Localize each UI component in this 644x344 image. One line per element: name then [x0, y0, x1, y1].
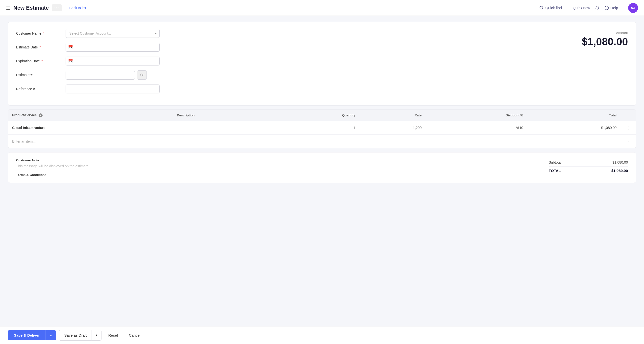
table-header-row: Product/Service i Description Quantity R… — [8, 110, 636, 121]
col-product-service: Product/Service i — [8, 110, 173, 121]
quantity-cell: 1 — [276, 121, 359, 135]
form-fields: Customer Name * Select Customer Account.… — [16, 29, 582, 98]
col-actions — [620, 110, 636, 121]
notification-button[interactable] — [595, 6, 600, 10]
enter-item-qty-cell[interactable] — [276, 135, 359, 148]
estimate-number-input[interactable]: EST-00001 — [66, 71, 135, 80]
customer-note-label: Customer Note — [16, 159, 539, 162]
col-quantity: Quantity — [276, 110, 359, 121]
total-row: TOTAL $1,080.00 — [549, 167, 628, 175]
more-options-button[interactable]: ··· — [52, 4, 62, 11]
enter-item-more-button[interactable]: ⋮ — [624, 138, 632, 145]
totals-area: Subtotal $1,080.00 TOTAL $1,080.00 — [549, 159, 628, 177]
subtotal-value: $1,080.00 — [612, 160, 628, 164]
customer-name-row: Customer Name * Select Customer Account.… — [16, 29, 582, 38]
enter-item-row: Enter an item... ⋮ — [8, 135, 636, 148]
customer-name-select-wrapper: Select Customer Account... ▾ — [66, 29, 160, 38]
total-value: $1,080.00 — [611, 169, 628, 173]
discount-cell: %10 — [426, 121, 527, 135]
page-title: New Estimate — [13, 5, 49, 11]
quick-new-button[interactable]: Quick new — [567, 6, 590, 10]
line-items-table-section: Product/Service i Description Quantity R… — [8, 110, 636, 148]
plus-icon — [567, 6, 571, 10]
product-info-icon[interactable]: i — [38, 113, 42, 117]
amount-value: $1,080.00 — [582, 36, 628, 48]
estimate-number-gear-button[interactable]: ⚙ — [137, 70, 147, 80]
bottom-section: Customer Note This message will be displ… — [8, 152, 636, 183]
total-label: TOTAL — [549, 169, 561, 173]
form-section: Customer Name * Select Customer Account.… — [8, 22, 636, 106]
row-more-button[interactable]: ⋮ — [624, 125, 632, 131]
terms-conditions-label: Terms & Conditions — [16, 173, 539, 177]
estimate-number-wrapper: EST-00001 ⚙ — [66, 70, 147, 80]
subtotal-label: Subtotal — [549, 160, 561, 164]
reference-number-input[interactable] — [66, 85, 160, 93]
description-cell[interactable] — [173, 121, 276, 135]
form-header-row: Customer Name * Select Customer Account.… — [16, 29, 628, 98]
subtotal-row: Subtotal $1,080.00 — [549, 159, 628, 167]
avatar[interactable]: AA — [628, 3, 638, 13]
expiration-date-label: Expiration Date * — [16, 57, 66, 63]
main-content: Customer Name * Select Customer Account.… — [0, 16, 644, 209]
required-star-2: * — [40, 45, 41, 49]
enter-item-total-cell — [527, 135, 620, 148]
required-star-3: * — [42, 59, 43, 63]
bell-icon — [595, 6, 600, 10]
amount-label: Amount — [582, 31, 628, 35]
col-description: Description — [173, 110, 276, 121]
customer-note-placeholder: This message will be displayed on the es… — [16, 164, 539, 168]
rate-cell: 1,200 — [359, 121, 426, 135]
expiration-date-input[interactable]: 2024/01/05 — [66, 57, 160, 65]
customer-name-select[interactable]: Select Customer Account... — [66, 29, 160, 38]
estimate-date-input-wrapper: 📅 2024/01/05 — [66, 43, 160, 52]
reference-number-label: Reference # — [16, 85, 66, 91]
search-icon — [539, 6, 544, 10]
enter-item-rate-cell[interactable] — [359, 135, 426, 148]
calendar-icon: 📅 — [68, 45, 73, 50]
estimate-date-label: Estimate Date * — [16, 43, 66, 49]
calendar-icon-2: 📅 — [68, 59, 73, 63]
enter-item-cell[interactable]: Enter an item... — [8, 135, 173, 148]
required-star: * — [43, 31, 44, 35]
total-cell: $1,080.00 — [527, 121, 620, 135]
product-cell: Cloud Infrastructure — [8, 121, 173, 135]
enter-item-desc-cell[interactable] — [173, 135, 276, 148]
estimate-date-input[interactable]: 2024/01/05 — [66, 43, 160, 52]
header-left: ☰ New Estimate ··· ← Back to list. — [6, 4, 539, 11]
col-rate: Rate — [359, 110, 426, 121]
help-icon — [604, 6, 609, 10]
enter-item-disc-cell[interactable] — [426, 135, 527, 148]
estimate-number-row: Estimate # EST-00001 ⚙ — [16, 70, 582, 80]
app-header: ☰ New Estimate ··· ← Back to list. Quick… — [0, 0, 644, 16]
back-to-list-link[interactable]: ← Back to list. — [65, 6, 87, 10]
amount-display: Amount $1,080.00 — [582, 29, 628, 48]
reference-number-row: Reference # — [16, 85, 582, 93]
notes-area: Customer Note This message will be displ… — [16, 159, 539, 177]
svg-point-0 — [540, 6, 543, 9]
row-actions-cell: ⋮ — [620, 121, 636, 135]
svg-line-1 — [542, 9, 543, 9]
col-total: Total — [527, 110, 620, 121]
col-discount: Discount % — [426, 110, 527, 121]
expiration-date-row: Expiration Date * 📅 2024/01/05 — [16, 57, 582, 65]
expiration-date-input-wrapper: 📅 2024/01/05 — [66, 57, 160, 65]
bottom-inner: Customer Note This message will be displ… — [16, 159, 628, 177]
enter-item-actions-cell: ⋮ — [620, 135, 636, 148]
quick-find-button[interactable]: Quick find — [539, 6, 562, 10]
header-divider — [623, 4, 623, 12]
hamburger-icon[interactable]: ☰ — [6, 5, 10, 11]
table-row: Cloud Infrastructure 1 1,200 %10 $1,080.… — [8, 121, 636, 135]
customer-name-label: Customer Name * — [16, 29, 66, 35]
help-button[interactable]: Help — [604, 6, 618, 10]
header-right: Quick find Quick new Help AA — [539, 3, 638, 13]
line-items-table: Product/Service i Description Quantity R… — [8, 110, 636, 148]
estimate-number-label: Estimate # — [16, 70, 66, 77]
estimate-date-row: Estimate Date * 📅 2024/01/05 — [16, 43, 582, 52]
back-arrow-icon: ← — [65, 6, 68, 10]
